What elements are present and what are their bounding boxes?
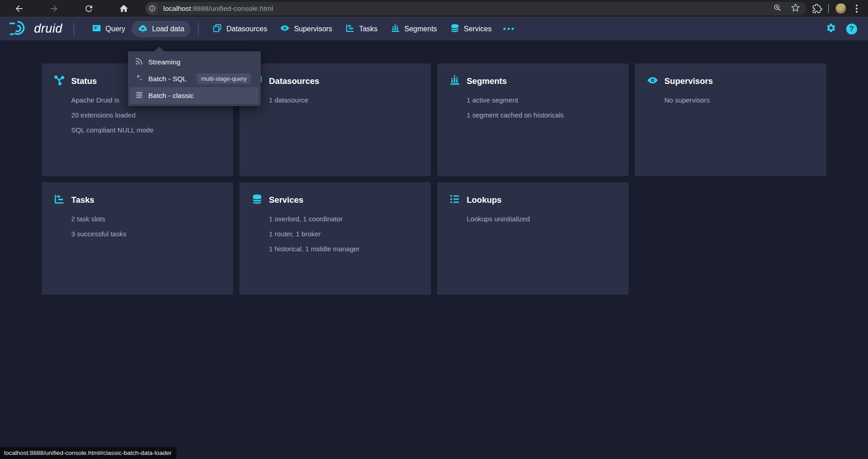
- menu-label: Streaming: [148, 58, 180, 66]
- card-line: 1 historical, 1 middle manager: [269, 244, 422, 254]
- card-line: 1 segment cached on historicals: [467, 111, 619, 120]
- database-icon: [450, 23, 460, 35]
- nav-label: Query: [106, 25, 126, 33]
- menu-item-streaming[interactable]: Streaming: [130, 54, 258, 70]
- nav-label: Datasources: [226, 25, 267, 33]
- database-icon: [251, 193, 263, 207]
- services-card[interactable]: Services 1 overlord, 1 coordinator 1 rou…: [239, 182, 431, 295]
- card-title: Services: [269, 195, 303, 205]
- back-icon[interactable]: [14, 4, 24, 14]
- lookups-card[interactable]: Lookups Lookups uninitialized: [437, 182, 629, 295]
- card-title: Lookups: [467, 195, 502, 205]
- menu-item-batch-classic[interactable]: Batch - classic: [130, 87, 258, 104]
- card-line: 1 datasource: [269, 96, 422, 105]
- forward-icon[interactable]: [49, 4, 59, 14]
- link-preview-statusbar: localhost:8888/unified-console.html#clas…: [0, 447, 176, 459]
- nav-divider: [73, 23, 74, 35]
- druid-logo: [9, 19, 30, 39]
- extensions-puzzle-icon[interactable]: [812, 4, 822, 14]
- brand-wordmark: druid: [34, 22, 63, 36]
- gantt-icon: [345, 23, 355, 35]
- card-line: 20 extensions loaded: [71, 111, 224, 120]
- card-line: SQL compliant NULL mode: [71, 126, 224, 135]
- gantt-icon: [54, 193, 65, 207]
- load-data-menu: Streaming Batch - SQL multi-stage-query …: [128, 51, 261, 106]
- reload-icon[interactable]: [84, 4, 94, 14]
- gear-icon[interactable]: [826, 23, 836, 35]
- url-bar[interactable]: localhost:8888/unified-console.html: [145, 2, 806, 15]
- nav-divider: [198, 23, 199, 35]
- feed-icon: [135, 57, 144, 68]
- nav-label: Segments: [405, 25, 437, 33]
- card-title: Supervisors: [664, 76, 713, 86]
- nav-item-segments[interactable]: Segments: [384, 21, 444, 37]
- browser-menu-dots-icon[interactable]: [853, 5, 861, 13]
- home-icon[interactable]: [119, 4, 129, 14]
- bar-chart-icon: [390, 23, 400, 35]
- screen: localhost:8888/unified-console.html: [0, 0, 868, 459]
- druid-brand[interactable]: druid: [9, 19, 63, 39]
- card-line: 1 router, 1 broker: [269, 230, 422, 239]
- nav-label: Load data: [152, 25, 184, 33]
- eye-icon: [647, 74, 658, 88]
- druid-navbar: druid Query Load data Datasources: [0, 17, 868, 40]
- list-icon: [449, 193, 461, 207]
- layers-icon: [212, 23, 222, 35]
- datasources-card[interactable]: Datasources 1 datasource: [239, 63, 431, 176]
- card-line: Lookups uninitialized: [467, 215, 619, 224]
- toolbar-divider: [828, 4, 829, 13]
- segments-card[interactable]: Segments 1 active segment 1 segment cach…: [437, 63, 629, 176]
- bar-chart-icon: [449, 74, 461, 88]
- nav-label: Supervisors: [294, 25, 332, 33]
- url-path: :8888/unified-console.html: [191, 5, 273, 12]
- browser-toolbar: localhost:8888/unified-console.html: [0, 0, 868, 17]
- console-icon: [92, 23, 102, 35]
- card-line: No supervisors: [664, 96, 817, 105]
- nav-item-services[interactable]: Services: [444, 21, 498, 37]
- card-title: Tasks: [71, 195, 94, 205]
- nav-label: Tasks: [359, 25, 378, 33]
- profile-avatar[interactable]: [835, 3, 847, 15]
- card-title: Segments: [467, 76, 507, 86]
- bookmark-star-icon[interactable]: [791, 3, 800, 14]
- card-title: Status: [71, 76, 97, 86]
- graph-nodes-icon: [54, 74, 65, 88]
- tasks-card[interactable]: Tasks 2 task slots 3 successful tasks: [42, 182, 233, 295]
- card-line: 1 active segment: [467, 96, 619, 105]
- nav-item-datasources[interactable]: Datasources: [206, 21, 273, 37]
- nav-item-load-data[interactable]: Load data: [132, 21, 190, 37]
- card-line: 1 overlord, 1 coordinator: [269, 215, 422, 224]
- nav-item-query[interactable]: Query: [85, 21, 132, 37]
- menu-label: Batch - classic: [148, 92, 194, 100]
- more-ellipsis-icon[interactable]: [498, 21, 519, 37]
- msq-badge: multi-stage-query: [197, 73, 250, 84]
- info-icon[interactable]: [146, 2, 158, 15]
- card-line: 3 successful tasks: [71, 230, 224, 239]
- cloud-upload-icon: [138, 23, 148, 35]
- sparkles-icon: [135, 73, 144, 84]
- nav-item-supervisors[interactable]: Supervisors: [273, 21, 338, 37]
- menu-item-batch-sql[interactable]: Batch - SQL multi-stage-query: [130, 70, 258, 87]
- url-text: localhost:8888/unified-console.html: [163, 5, 773, 13]
- url-host: localhost: [163, 5, 191, 12]
- zoom-in-icon[interactable]: [773, 3, 782, 14]
- help-icon[interactable]: ?: [846, 24, 857, 34]
- stacked-rows-icon: [135, 90, 144, 101]
- nav-label: Services: [464, 25, 492, 33]
- supervisors-card[interactable]: Supervisors No supervisors: [635, 63, 826, 176]
- card-line: 2 task slots: [71, 215, 224, 224]
- nav-item-tasks[interactable]: Tasks: [339, 21, 384, 37]
- eye-icon: [280, 23, 290, 35]
- menu-label: Batch - SQL: [148, 75, 186, 83]
- card-title: Datasources: [269, 76, 319, 86]
